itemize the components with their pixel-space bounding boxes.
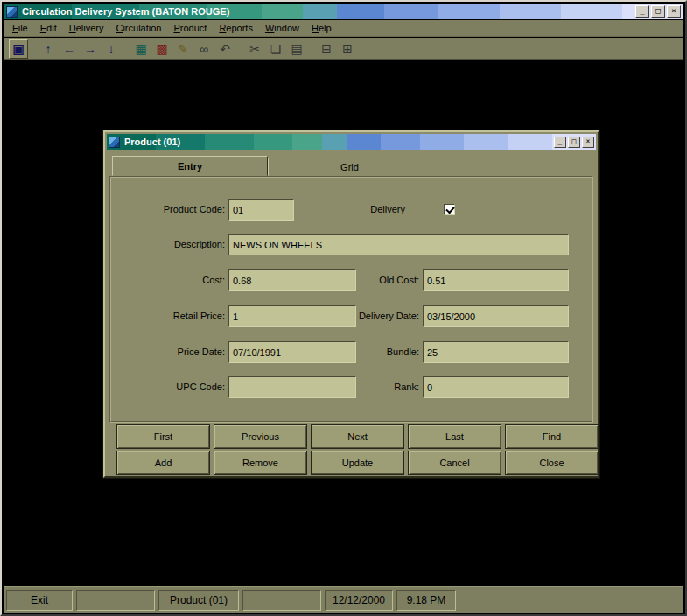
paste-button[interactable]: ▤ <box>287 39 306 59</box>
delivery-checkbox[interactable] <box>444 204 455 215</box>
nav-previous-button[interactable]: ← <box>60 39 79 59</box>
menu-help[interactable]: Help <box>305 21 338 35</box>
nav-up-button[interactable]: ↑ <box>39 39 58 59</box>
last-button[interactable]: Last <box>408 424 501 449</box>
add-button[interactable]: Add <box>116 451 210 475</box>
grid-add-icon: ▦ <box>135 42 146 56</box>
menu-edit[interactable]: Edit <box>34 21 63 35</box>
statusbar: Exit Product (01) 12/12/2000 9:18 PM <box>4 586 683 612</box>
printer-preview-icon: ⊞ <box>342 42 353 56</box>
product-window-controls: _ □ × <box>554 136 594 148</box>
old-cost-label: Old Cost: <box>330 270 419 291</box>
delivery-label: Delivery <box>333 199 405 220</box>
product-window-icon <box>109 136 120 148</box>
product-maximize-button[interactable]: □ <box>568 136 580 148</box>
printer-icon: ⊟ <box>321 42 332 56</box>
menu-circulation[interactable]: Circulation <box>109 21 167 35</box>
close-record-button[interactable]: Close <box>505 451 599 475</box>
find-record-button[interactable]: Find <box>505 424 599 449</box>
next-button[interactable]: Next <box>311 424 404 449</box>
main-titlebar[interactable]: Circulation Delivery System (BATON ROUGE… <box>4 4 683 19</box>
rank-input[interactable] <box>423 376 569 398</box>
rank-label: Rank: <box>330 376 419 398</box>
undo-icon: ↶ <box>220 42 230 56</box>
product-window-title: Product (01) <box>124 136 554 147</box>
main-window-controls: _ □ × <box>635 5 681 18</box>
product-code-label: Product Code: <box>118 199 225 220</box>
menu-file[interactable]: File <box>6 21 34 35</box>
copy-button[interactable]: ❏ <box>266 39 285 59</box>
application-window: Circulation Delivery System (BATON ROUGE… <box>0 0 687 616</box>
toolbar: ▣ ↑ ← → ↓ ▦ ▩ ✎ <box>4 38 683 60</box>
menu-product[interactable]: Product <box>167 21 213 35</box>
grid-add-button[interactable]: ▦ <box>131 39 151 59</box>
entry-panel: Product Code: Delivery Description: Cost… <box>109 176 593 423</box>
old-cost-input[interactable] <box>423 270 569 291</box>
bundle-label: Bundle: <box>330 341 419 363</box>
nav-previous-icon: ← <box>63 42 75 56</box>
main-window-title: Circulation Delivery System (BATON ROUGE… <box>22 6 635 17</box>
statusbar-active-window-panel: Product (01) <box>158 590 239 611</box>
first-button[interactable]: First <box>116 424 210 449</box>
undo-button[interactable]: ↶ <box>215 39 235 59</box>
update-button[interactable]: Update <box>311 451 404 475</box>
minimize-button[interactable]: _ <box>635 5 649 18</box>
delivery-date-input[interactable] <box>423 305 569 327</box>
tab-entry[interactable]: Entry <box>112 156 268 176</box>
cost-label: Cost: <box>118 270 225 291</box>
print-preview-button[interactable]: ⊞ <box>338 39 357 59</box>
product-minimize-button[interactable]: _ <box>554 136 566 148</box>
nav-up-icon: ↑ <box>46 42 52 56</box>
menu-window[interactable]: Window <box>259 21 305 35</box>
copy-icon: ❏ <box>270 42 282 56</box>
paste-icon: ▤ <box>291 42 302 56</box>
description-label: Description: <box>118 234 225 256</box>
retail-price-label: Retail Price: <box>118 305 225 327</box>
print-button[interactable]: ⊟ <box>317 39 336 59</box>
cancel-button[interactable]: Cancel <box>408 451 501 475</box>
menu-delivery[interactable]: Delivery <box>63 21 110 35</box>
menubar: File Edit Delivery Circulation Product R… <box>4 20 683 37</box>
price-date-label: Price Date: <box>118 341 225 363</box>
nav-next-icon: → <box>84 42 96 56</box>
product-window-titlebar[interactable]: Product (01) _ □ × <box>107 134 596 150</box>
menu-reports[interactable]: Reports <box>213 21 259 35</box>
maximize-button[interactable]: □ <box>651 5 665 18</box>
description-input[interactable] <box>228 234 569 256</box>
previous-button[interactable]: Previous <box>214 424 307 449</box>
nav-down-button[interactable]: ↓ <box>102 39 121 59</box>
exit-button[interactable]: ▣ <box>9 39 28 59</box>
nav-next-button[interactable]: → <box>81 39 100 59</box>
remove-button[interactable]: Remove <box>214 451 307 475</box>
tab-grid[interactable]: Grid <box>268 158 431 176</box>
edit-button[interactable]: ✎ <box>173 39 193 59</box>
product-code-input[interactable] <box>228 199 294 220</box>
edit-icon: ✎ <box>178 42 188 56</box>
grid-remove-icon: ▩ <box>156 42 167 56</box>
product-window: Product (01) _ □ × Entry Grid Product Co… <box>103 130 599 478</box>
nav-down-icon: ↓ <box>109 42 115 56</box>
mdi-client-area: Product (01) _ □ × Entry Grid Product Co… <box>4 61 683 584</box>
statusbar-exit-panel[interactable]: Exit <box>6 590 73 611</box>
statusbar-time-panel: 9:18 PM <box>396 590 456 611</box>
upc-code-label: UPC Code: <box>118 376 225 398</box>
cut-button[interactable]: ✂ <box>245 39 264 59</box>
find-button[interactable]: ∞ <box>194 39 214 59</box>
statusbar-date-panel: 12/12/2000 <box>325 590 393 611</box>
delivery-date-label: Delivery Date: <box>330 305 419 327</box>
exit-icon: ▣ <box>12 42 24 56</box>
bundle-input[interactable] <box>423 341 569 363</box>
binoculars-icon: ∞ <box>200 42 208 56</box>
grid-remove-button[interactable]: ▩ <box>152 39 172 59</box>
scissors-icon: ✂ <box>249 42 260 56</box>
statusbar-panel-2 <box>76 590 155 611</box>
close-button[interactable]: × <box>667 5 681 18</box>
product-close-button[interactable]: × <box>582 136 594 148</box>
statusbar-panel-4 <box>242 590 321 611</box>
app-icon <box>6 6 18 18</box>
